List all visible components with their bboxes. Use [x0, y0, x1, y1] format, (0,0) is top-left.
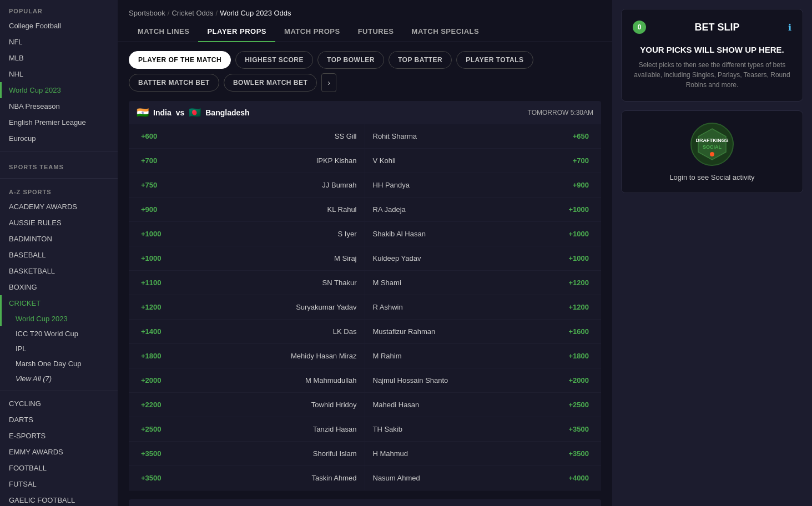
bet-slip-info-icon[interactable]: ℹ	[788, 22, 791, 33]
sidebar-item-football[interactable]: FOOTBALL	[0, 460, 118, 476]
sidebar-item-cycling[interactable]: CYCLING	[0, 396, 118, 412]
sidebar-view-all[interactable]: View All (7)	[0, 371, 118, 386]
sidebar-item-futsal[interactable]: FUTSAL	[0, 476, 118, 492]
player-right-odds-14[interactable]: +4000	[564, 472, 593, 484]
player-left-name-4: S Iyer	[338, 230, 357, 238]
player-right-name-6: M Shami	[373, 279, 401, 287]
sidebar-sub-world-cup-2023[interactable]: World Cup 2023	[0, 311, 118, 326]
sidebar-item-academy-awards[interactable]: ACADEMY AWARDS	[0, 199, 118, 215]
prop-btn-player-totals[interactable]: PLAYER TOTALS	[456, 51, 533, 69]
match1-right-cell-2: HH Pandya +900	[365, 173, 602, 198]
player-right-odds-13[interactable]: +3500	[564, 447, 593, 460]
match1-right-cell-1: V Kohli +700	[365, 149, 602, 173]
player-right-odds-3[interactable]: +1000	[564, 203, 593, 216]
player-right-odds-1[interactable]: +700	[568, 154, 593, 167]
player-left-odds-1[interactable]: +700	[137, 154, 162, 167]
player-right-name-2: HH Pandya	[373, 181, 410, 189]
prop-btn-batter-match-bet[interactable]: BATTER MATCH BET	[129, 74, 219, 92]
social-card: DRAFTKINGS SOCIAL Login to see Social ac…	[621, 110, 803, 193]
sidebar-item-world-cup-2023[interactable]: World Cup 2023	[0, 82, 118, 98]
player-left-odds-10[interactable]: +2000	[137, 374, 166, 387]
match1-left-cell-9: Mehidy Hasan Miraz +1800	[129, 344, 365, 368]
match1-left-cell-1: IPKP Kishan +700	[129, 149, 365, 173]
prop-btn-bowler-match-bet[interactable]: BOWLER MATCH BET	[224, 74, 317, 92]
sidebar-item-college-football[interactable]: College Football	[0, 18, 118, 34]
player-right-odds-0[interactable]: +650	[568, 130, 593, 143]
player-right-odds-8[interactable]: +1600	[564, 325, 593, 338]
player-right-odds-2[interactable]: +900	[568, 179, 593, 191]
player-right-odds-11[interactable]: +2500	[564, 398, 593, 411]
player-left-odds-6[interactable]: +1100	[137, 276, 166, 289]
sidebar-item-esports[interactable]: E-SPORTS	[0, 428, 118, 444]
match1-right-cell-3: RA Jadeja +1000	[365, 198, 602, 222]
tab-match-props[interactable]: MATCH PROPS	[275, 22, 349, 42]
player-right-odds-7[interactable]: +1200	[564, 301, 593, 313]
sidebar-item-cricket[interactable]: CRICKET	[0, 295, 118, 311]
sidebar-item-nfl[interactable]: NFL	[0, 34, 118, 50]
main-content: Sportsbook / Cricket Odds / World Cup 20…	[118, 0, 612, 506]
prop-nav-next-button[interactable]: ›	[321, 73, 336, 92]
player-left-odds-3[interactable]: +900	[137, 203, 162, 216]
player-right-name-10: Najmul Hossain Shanto	[373, 376, 448, 384]
player-right-odds-12[interactable]: +3500	[564, 423, 593, 436]
player-left-odds-9[interactable]: +1800	[137, 350, 166, 362]
match1-right-cell-8: Mustafizur Rahman +1600	[365, 320, 602, 344]
sidebar-item-baseball[interactable]: BASEBALL	[0, 247, 118, 263]
breadcrumb-cricket-odds[interactable]: Cricket Odds	[172, 9, 213, 17]
sidebar-sub-icc-t20[interactable]: ICC T20 World Cup	[0, 326, 118, 341]
tab-match-specials[interactable]: MATCH SPECIALS	[403, 22, 488, 42]
player-right-odds-9[interactable]: +1800	[564, 350, 593, 362]
player-right-odds-6[interactable]: +1200	[564, 276, 593, 289]
sidebar-item-eurocup[interactable]: Eurocup	[0, 130, 118, 146]
prop-btn-player-of-match[interactable]: PLAYER OF THE MATCH	[129, 51, 231, 69]
player-right-name-0: Rohit Sharma	[373, 132, 417, 140]
match1-right-cell-14: Nasum Ahmed +4000	[365, 466, 602, 490]
sidebar-item-epl[interactable]: English Premier League	[0, 114, 118, 130]
match1-right-cell-10: Najmul Hossain Shanto +2000	[365, 368, 602, 393]
player-left-odds-11[interactable]: +2200	[137, 398, 166, 411]
player-left-odds-2[interactable]: +750	[137, 179, 162, 191]
sidebar-item-darts[interactable]: DARTS	[0, 412, 118, 428]
player-left-name-12: Tanzid Hasan	[313, 425, 357, 433]
player-left-odds-12[interactable]: +2500	[137, 423, 166, 436]
sidebar-sub-marsh[interactable]: Marsh One Day Cup	[0, 356, 118, 371]
player-right-odds-4[interactable]: +1000	[564, 227, 593, 240]
svg-text:DRAFTKINGS: DRAFTKINGS	[696, 138, 729, 143]
breadcrumb: Sportsbook / Cricket Odds / World Cup 20…	[118, 0, 612, 22]
sidebar-item-gaelic-football[interactable]: GAELIC FOOTBALL	[0, 492, 118, 506]
sidebar-item-aussie-rules[interactable]: AUSSIE RULES	[0, 215, 118, 231]
match1-right-cell-11: Mahedi Hasan +2500	[365, 393, 602, 417]
tab-match-lines[interactable]: MATCH LINES	[129, 22, 198, 42]
tab-player-props[interactable]: PLAYER PROPS	[198, 22, 275, 42]
sidebar-item-basketball[interactable]: BASKETBALL	[0, 263, 118, 279]
sidebar-item-nhl[interactable]: NHL	[0, 66, 118, 82]
player-right-odds-5[interactable]: +1000	[564, 252, 593, 265]
prop-btn-top-batter[interactable]: TOP BATTER	[389, 51, 452, 69]
player-right-name-4: Shakib Al Hasan	[373, 230, 426, 238]
content-area: PLAYER OF THE MATCH HIGHEST SCORE TOP BO…	[118, 42, 612, 506]
player-left-odds-13[interactable]: +3500	[137, 447, 166, 460]
player-left-odds-7[interactable]: +1200	[137, 301, 166, 313]
sidebar-sub-ipl[interactable]: IPL	[0, 341, 118, 356]
player-left-name-3: KL Rahul	[327, 205, 357, 214]
match1-left-cell-3: KL Rahul +900	[129, 198, 365, 222]
match1-right-cell-9: M Rahim +1800	[365, 344, 602, 368]
sidebar-item-mlb[interactable]: MLB	[0, 50, 118, 66]
player-left-odds-5[interactable]: +1000	[137, 252, 166, 265]
player-left-odds-0[interactable]: +600	[137, 130, 162, 143]
player-left-odds-14[interactable]: +3500	[137, 472, 166, 484]
sidebar-item-badminton[interactable]: BADMINTON	[0, 231, 118, 247]
player-left-name-11: Towhid Hridoy	[311, 401, 357, 409]
sidebar-item-emmy-awards[interactable]: EMMY AWARDS	[0, 444, 118, 460]
player-left-odds-4[interactable]: +1000	[137, 227, 166, 240]
breadcrumb-sportsbook[interactable]: Sportsbook	[129, 9, 165, 17]
prop-btn-highest-score[interactable]: HIGHEST SCORE	[235, 51, 313, 69]
player-left-odds-8[interactable]: +1400	[137, 325, 166, 338]
player-right-odds-10[interactable]: +2000	[564, 374, 593, 387]
prop-btn-top-bowler[interactable]: TOP BOWLER	[317, 51, 384, 69]
social-login-text[interactable]: Login to see Social activity	[633, 173, 791, 181]
sidebar-item-boxing[interactable]: BOXING	[0, 279, 118, 295]
sidebar-divider-1	[0, 151, 118, 151]
tab-futures[interactable]: FUTURES	[349, 22, 403, 42]
sidebar-item-nba-preseason[interactable]: NBA Preseason	[0, 98, 118, 114]
